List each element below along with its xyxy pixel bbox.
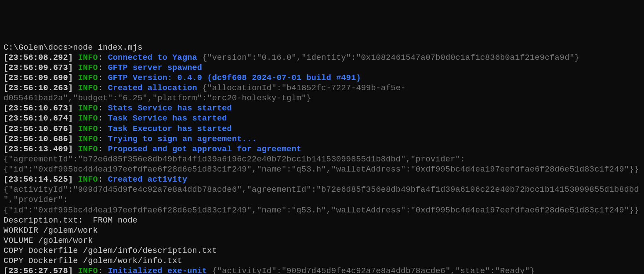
output-text: COPY Dockerfile /golem/work/info.txt <box>4 256 640 266</box>
output-text: Description.txt: FROM node <box>4 216 640 226</box>
log-message: Stats Service has started <box>108 104 232 113</box>
log-level: INFO <box>78 84 98 93</box>
log-line: [23:56:14.525] INFO: Created activity {"… <box>4 175 640 216</box>
log-message: GFTP Version: 0.4.0 (dc9f608 2024-07-01 … <box>108 73 361 83</box>
log-line: [23:56:10.673] INFO: Stats Service has s… <box>4 103 640 113</box>
log-timestamp: [23:56:10.674] <box>4 114 73 123</box>
log-message: GFTP server spawned <box>108 63 202 73</box>
log-timestamp: [23:56:14.525] <box>4 175 73 184</box>
log-level: INFO <box>78 135 98 144</box>
output-text: VOLUME /golem/work <box>4 236 640 246</box>
terminal-output[interactable]: C:\Golem\docs>node index.mjs[23:56:08.29… <box>4 43 640 274</box>
log-message: Initialized exe-unit <box>108 267 207 274</box>
log-line: [23:56:08.292] INFO: Connected to Yagna … <box>4 53 640 63</box>
log-timestamp: [23:56:10.686] <box>4 135 73 144</box>
command-prompt: C:\Golem\docs>node index.mjs <box>4 43 640 53</box>
log-message: Connected to Yagna <box>108 53 197 62</box>
log-line: [23:56:10.674] INFO: Task Service has st… <box>4 113 640 124</box>
log-message: Proposed and got approval for agreement <box>108 145 301 154</box>
prompt-text: C:\Golem\docs>node index.mjs <box>4 43 142 52</box>
log-timestamp: [23:56:09.690] <box>4 73 73 83</box>
log-line: [23:56:10.686] INFO: Trying to sign an a… <box>4 134 640 144</box>
log-level: INFO <box>78 73 98 83</box>
log-timestamp: [23:56:27.578] <box>4 267 73 274</box>
output-text: WORKDIR /golem/work <box>4 226 640 236</box>
log-timestamp: [23:56:09.673] <box>4 63 73 73</box>
log-line: [23:56:09.673] INFO: GFTP server spawned <box>4 63 640 73</box>
log-message: Task Executor has started <box>108 124 232 134</box>
log-level: INFO <box>78 145 98 154</box>
log-timestamp: [23:56:13.409] <box>4 145 73 154</box>
log-level: INFO <box>78 175 98 184</box>
log-level: INFO <box>78 63 98 73</box>
log-line: [23:56:13.409] INFO: Proposed and got ap… <box>4 144 640 175</box>
output-text: COPY Dockerfile /golem/info/description.… <box>4 246 640 256</box>
log-timestamp: [23:56:10.676] <box>4 124 73 134</box>
log-line: [23:56:10.676] INFO: Task Executor has s… <box>4 124 640 134</box>
log-line: [23:56:27.578] INFO: Initialized exe-uni… <box>4 266 640 274</box>
log-line: [23:56:09.690] INFO: GFTP Version: 0.4.0… <box>4 73 640 83</box>
log-timestamp: [23:56:10.673] <box>4 104 73 113</box>
log-level: INFO <box>78 104 98 113</box>
log-level: INFO <box>78 114 98 123</box>
log-line: [23:56:10.263] INFO: Created allocation … <box>4 83 640 103</box>
log-level: INFO <box>78 124 98 134</box>
log-json: {"version":"0.16.0","identity":"0x108246… <box>197 53 579 62</box>
log-message: Task Service has started <box>108 114 227 123</box>
log-timestamp: [23:56:08.292] <box>4 53 73 62</box>
log-json: {"activityId":"909d7d45d9fe4c92a7e8a4ddb… <box>207 267 535 274</box>
log-message: Trying to sign an agreement... <box>108 135 257 144</box>
log-level: INFO <box>78 267 98 274</box>
log-message: Created allocation <box>108 84 197 93</box>
log-message: Created activity <box>108 175 187 184</box>
log-level: INFO <box>78 53 98 62</box>
log-timestamp: [23:56:10.263] <box>4 84 73 93</box>
